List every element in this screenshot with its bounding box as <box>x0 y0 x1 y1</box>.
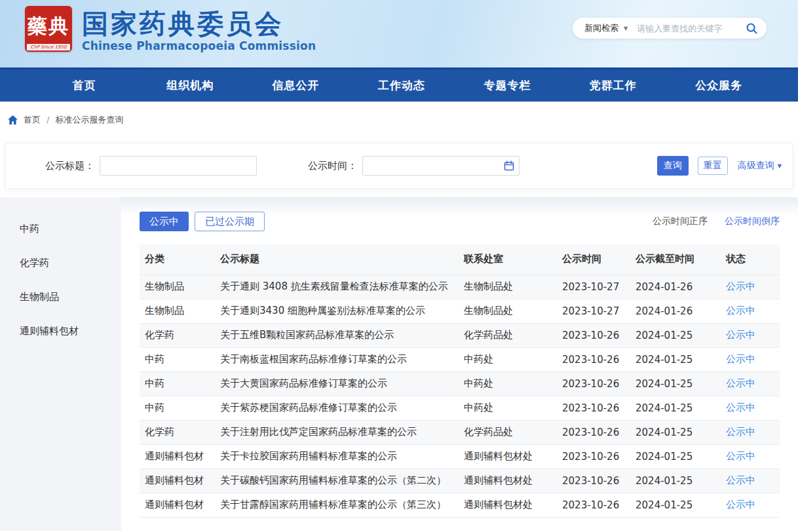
cell-start-date: 2023-10-26 <box>557 323 630 347</box>
tab-expired-publicity[interactable]: 已过公示期 <box>195 212 265 231</box>
status-link[interactable]: 公示中 <box>726 402 755 413</box>
nav-item-party-work[interactable]: 党群工作 <box>560 69 666 102</box>
filter-panel: 公示标题： 公示时间： 查询 重置 高级查询▼ <box>5 143 793 189</box>
sort-links: 公示时间正序 公示时间倒序 <box>653 216 780 227</box>
cell-category: 生物制品 <box>140 275 215 299</box>
table-body: 生物制品关于通则 3408 抗生素残留量检查法标准草案的公示生物制品处2023-… <box>140 275 780 517</box>
cell-start-date: 2023-10-26 <box>557 444 630 468</box>
cell-end-date: 2024-01-25 <box>630 347 721 371</box>
cell-start-date: 2023-10-26 <box>557 396 630 420</box>
advanced-query-link[interactable]: 高级查询▼ <box>738 160 782 172</box>
cell-title[interactable]: 关于大黄国家药品标准修订草案的公示 <box>215 371 459 396</box>
cell-title[interactable]: 关于卡拉胶国家药用辅料标准草案的公示 <box>215 444 459 468</box>
cell-category: 通则辅料包材 <box>140 444 215 468</box>
cell-title[interactable]: 关于注射用比伐芦定国家药品标准草案的公示 <box>215 420 459 444</box>
cell-end-date: 2024-01-26 <box>630 299 721 323</box>
status-link[interactable]: 公示中 <box>726 450 755 462</box>
search-icon[interactable] <box>746 22 758 35</box>
cell-office: 中药处 <box>459 347 557 371</box>
site-title: 国家药典委员会 <box>82 9 316 39</box>
cell-end-date: 2024-01-25 <box>630 371 721 396</box>
sort-time-desc-link[interactable]: 公示时间倒序 <box>725 216 780 227</box>
sidebar-item-chemical-drug[interactable]: 化学药 <box>0 246 121 280</box>
table-row: 中药关于大黄国家药品标准修订草案的公示中药处2023-10-262024-01-… <box>140 371 780 396</box>
column-header: 公示标题 <box>215 244 459 275</box>
cell-category: 中药 <box>140 347 215 371</box>
tabs-row: 公示中 已过公示期 公示时间正序 公示时间倒序 <box>140 212 780 231</box>
status-link[interactable]: 公示中 <box>726 305 755 316</box>
cell-office: 化学药品处 <box>459 323 557 347</box>
cell-title[interactable]: 关于通则3430 细胞种属鉴别法标准草案的公示 <box>215 299 459 323</box>
cell-status: 公示中 <box>721 323 780 347</box>
sort-time-asc-link[interactable]: 公示时间正序 <box>653 216 708 227</box>
table-row: 通则辅料包材关于碳酸钙国家药用辅料标准草案的公示（第二次）通则辅料包材处2023… <box>140 468 780 493</box>
cell-start-date: 2023-10-27 <box>557 299 630 323</box>
sidebar-item-tcm[interactable]: 中药 <box>0 212 121 246</box>
cell-category: 化学药 <box>140 420 215 444</box>
cell-end-date: 2024-01-25 <box>630 444 721 468</box>
sidebar-item-general-excipient-packaging[interactable]: 通则辅料包材 <box>0 314 121 348</box>
status-link[interactable]: 公示中 <box>726 280 755 292</box>
status-link[interactable]: 公示中 <box>726 426 755 438</box>
tab-in-publicity[interactable]: 公示中 <box>140 212 189 231</box>
filter-time-label: 公示时间： <box>308 160 357 172</box>
cell-title[interactable]: 关于五维B颗粒国家药品标准草案的公示 <box>215 323 459 347</box>
search-category-dropdown[interactable]: 新闻检索 <box>584 22 618 34</box>
calendar-icon[interactable] <box>504 161 514 171</box>
site-subtitle: Chinese Pharmacopoeia Commission <box>82 39 316 52</box>
column-header: 状态 <box>721 244 780 275</box>
column-header: 联系处室 <box>459 244 557 275</box>
cell-category: 通则辅料包材 <box>140 493 215 517</box>
cell-title[interactable]: 关于紫苏梗国家药品标准修订草案的公示 <box>215 396 459 420</box>
cell-title[interactable]: 关于通则 3408 抗生素残留量检查法标准草案的公示 <box>215 275 459 299</box>
nav-item-special-columns[interactable]: 专题专栏 <box>455 69 560 102</box>
table-row: 生物制品关于通则 3408 抗生素残留量检查法标准草案的公示生物制品处2023-… <box>140 275 780 299</box>
sidebar-item-biological-products[interactable]: 生物制品 <box>0 280 121 314</box>
cell-end-date: 2024-01-25 <box>630 468 721 493</box>
nav-item-info-disclosure[interactable]: 信息公开 <box>243 69 349 102</box>
status-link[interactable]: 公示中 <box>726 499 755 510</box>
cell-status: 公示中 <box>721 420 780 444</box>
table-row: 中药关于紫苏梗国家药品标准修订草案的公示中药处2023-10-262024-01… <box>140 396 780 420</box>
cell-title[interactable]: 关于甘露醇国家药用辅料标准草案的公示（第三次） <box>215 493 459 517</box>
seal-caption: ChP Since 1950 <box>27 44 70 50</box>
nav-item-work-dynamics[interactable]: 工作动态 <box>349 69 454 102</box>
table-row: 通则辅料包材关于卡拉胶国家药用辅料标准草案的公示通则辅料包材处2023-10-2… <box>140 444 780 468</box>
table-row: 化学药关于五维B颗粒国家药品标准草案的公示化学药品处2023-10-262024… <box>140 323 780 347</box>
cell-category: 中药 <box>140 371 215 396</box>
cell-status: 公示中 <box>721 347 780 371</box>
main-area: 中药化学药生物制品通则辅料包材 公示中 已过公示期 公示时间正序 公示时间倒序 … <box>0 197 798 531</box>
nav-item-public-service[interactable]: 公众服务 <box>666 69 772 102</box>
category-sidebar: 中药化学药生物制品通则辅料包材 <box>0 197 121 531</box>
filter-buttons: 查询 重置 高级查询▼ <box>657 156 782 176</box>
nav-item-home[interactable]: 首页 <box>31 69 137 102</box>
status-link[interactable]: 公示中 <box>726 474 755 486</box>
nav-item-organization[interactable]: 组织机构 <box>137 69 242 102</box>
chevron-down-icon[interactable]: ▼ <box>624 26 628 31</box>
filter-title-input[interactable] <box>100 156 257 176</box>
cell-category: 化学药 <box>140 323 215 347</box>
breadcrumb-current: 标准公示服务查询 <box>55 114 123 126</box>
cell-title[interactable]: 关于碳酸钙国家药用辅料标准草案的公示（第二次） <box>215 468 459 493</box>
cell-end-date: 2024-01-25 <box>630 493 721 517</box>
query-button[interactable]: 查询 <box>657 156 689 176</box>
table-row: 化学药关于注射用比伐芦定国家药品标准草案的公示化学药品处2023-10-2620… <box>140 420 780 444</box>
cell-office: 通则辅料包材处 <box>459 468 557 493</box>
breadcrumb-separator: / <box>47 115 49 124</box>
reset-button[interactable]: 重置 <box>698 157 728 175</box>
table-row: 通则辅料包材关于甘露醇国家药用辅料标准草案的公示（第三次）通则辅料包材处2023… <box>140 493 780 517</box>
cell-category: 中药 <box>140 396 215 420</box>
cell-status: 公示中 <box>721 493 780 517</box>
cell-end-date: 2024-01-25 <box>630 420 721 444</box>
breadcrumb-home-link[interactable]: 首页 <box>24 114 41 126</box>
home-icon[interactable] <box>8 115 18 124</box>
cell-office: 生物制品处 <box>459 299 557 323</box>
filter-time-input[interactable] <box>362 156 520 176</box>
cell-status: 公示中 <box>721 444 780 468</box>
status-link[interactable]: 公示中 <box>726 377 755 389</box>
publicity-table: 分类公示标题联系处室公示时间公示截至时间状态 生物制品关于通则 3408 抗生素… <box>140 244 780 518</box>
status-link[interactable]: 公示中 <box>726 353 755 365</box>
status-link[interactable]: 公示中 <box>726 329 755 341</box>
search-input[interactable] <box>637 24 743 33</box>
cell-title[interactable]: 关于南板蓝根国家药品标准修订草案的公示 <box>215 347 459 371</box>
